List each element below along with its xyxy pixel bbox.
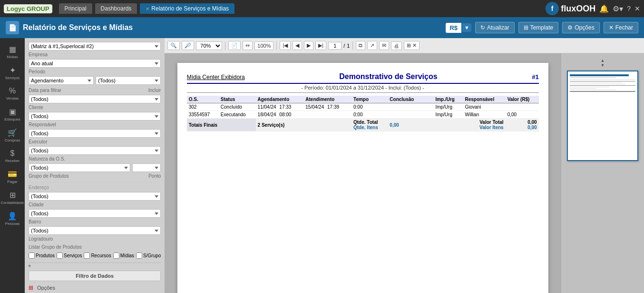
page-input[interactable]	[328, 42, 342, 50]
checkbox-recursos[interactable]: Recursos	[84, 253, 111, 259]
sidebar-item-midias[interactable]: ▦ Mídias	[1, 42, 23, 62]
report-number: #1	[532, 73, 538, 81]
executor-filter: (Todos) Executor	[29, 129, 161, 144]
report-period: - Período: 01/01/2024 a 31/12/2024 - Inc…	[187, 85, 539, 93]
report-page: Mídia Center Exibidora Demonstrativo de …	[177, 63, 548, 293]
checkbox-recursos-input[interactable]	[84, 253, 90, 259]
drag-handle[interactable]	[29, 265, 30, 267]
empresa-select[interactable]: (Matriz á #1,Superlocal #2)	[29, 42, 161, 51]
report-table: O.S. Status Agendamento Atendimento Temp…	[187, 96, 539, 131]
first-page-button[interactable]: |◀	[280, 41, 291, 50]
checkbox-sgrupo[interactable]: S/Grupo	[136, 253, 161, 259]
logo-text: Logyc GROUP	[7, 5, 49, 12]
sidebar-item-servicos[interactable]: ✦ Serviços	[1, 63, 23, 83]
help-icon[interactable]: ?	[627, 5, 631, 12]
responsavel-select[interactable]: (Todos)	[29, 112, 161, 121]
grupo-produtos-label: Grupo de Produtos	[29, 173, 69, 179]
cell-agend-2: 18/04/24 08:00	[256, 111, 304, 119]
listar-label: Listar Grupo de Produtos	[29, 244, 161, 250]
cell-imp-1: Imp/Urg	[433, 103, 463, 111]
opcoes-button[interactable]: ⚙ Opções	[562, 22, 599, 33]
cell-atend-1: 15/04/24 17:39	[303, 103, 351, 111]
scroll-up-arrow[interactable]: ▲	[601, 58, 605, 63]
opcoes-btn[interactable]: Opções	[33, 283, 59, 293]
logo: Logyc GROUP	[4, 4, 52, 13]
cell-conclusao-1	[388, 103, 424, 111]
col-agendamento: Agendamento	[256, 96, 304, 103]
search-button[interactable]: 🔍	[167, 41, 180, 50]
checkbox-produtos[interactable]: Produtos	[29, 253, 55, 259]
grupo-produtos-select[interactable]: (Todos)	[29, 163, 130, 172]
tab-close-icon[interactable]: ✕	[146, 6, 149, 11]
sidebar-item-receber[interactable]: $ Receber	[1, 146, 23, 166]
filter-panel: (Matriz á #1,Superlocal #2) Empresa Ano …	[25, 38, 165, 293]
tab-dashboards[interactable]: Dashboards	[95, 3, 137, 14]
cliente-select[interactable]: (Todos)	[29, 95, 161, 103]
col-valor: Valor (R$)	[506, 96, 539, 103]
bell-icon[interactable]: 🔔	[599, 4, 609, 13]
natureza-select[interactable]: (Todos)	[29, 146, 161, 155]
report-header-row: Mídia Center Exibidora Demonstrativo de …	[187, 72, 539, 84]
email-button[interactable]: ✉	[379, 41, 389, 50]
agendamento-select[interactable]: Agendamento	[29, 76, 94, 85]
checkbox-midias[interactable]: Mídias	[113, 253, 134, 259]
sidebar-item-pessoas[interactable]: 👤 Pessoas	[1, 209, 23, 229]
checkbox-sgrupo-input[interactable]	[136, 253, 142, 259]
pagar-icon: 💳	[8, 170, 17, 179]
checkbox-servicos-input[interactable]	[57, 253, 63, 259]
zoom-in-button[interactable]: 🔎	[182, 41, 194, 50]
cell-tempo-2: 0:00	[351, 111, 388, 119]
template-button[interactable]: ⊞ Template	[518, 22, 559, 33]
grupo-produtos-filter: (Todos) Grupo de Produtos Ponto	[29, 163, 161, 179]
fit-page-button[interactable]: ⇔	[243, 41, 253, 50]
currency-button[interactable]: R$	[446, 23, 461, 33]
receber-icon: $	[10, 149, 15, 158]
logradouro-select[interactable]: (Todos)	[29, 226, 161, 235]
bairro-select[interactable]: (Todos)	[29, 209, 161, 218]
page-thumbnail[interactable]	[567, 71, 638, 161]
next-page-button[interactable]: ▶	[304, 41, 313, 50]
tab-relatorio[interactable]: ✕ Relatório de Serviços e Mídias	[140, 3, 234, 14]
scroll-down-arrow[interactable]: ▼	[601, 63, 605, 68]
fechar-icon: ✕	[609, 24, 614, 31]
sidebar-item-pagar[interactable]: 💳 Pagar	[1, 167, 23, 187]
currency-box: R$ ▼	[446, 23, 471, 33]
close-window-icon[interactable]: ✕	[634, 5, 640, 12]
gear-icon[interactable]: ⚙▾	[613, 4, 623, 13]
prev-page-button[interactable]: ◀	[293, 41, 302, 50]
report-toolbar: 🔍 🔎 70% 50% 100% 150% 📄 ⇔ 100% |◀ ◀ ▶ ▶|…	[165, 38, 644, 53]
full-size-button[interactable]: 100%	[254, 41, 273, 50]
sidebar-wrapper: ▦ Mídias ✦ Serviços % Vendas ▣ Estoques …	[0, 38, 165, 293]
page-layout-button[interactable]: 📄	[228, 41, 241, 50]
print-button[interactable]: 🖨	[391, 41, 402, 50]
checkbox-produtos-input[interactable]	[29, 253, 35, 259]
sidebar-item-estoques[interactable]: ▣ Estoques	[1, 104, 23, 124]
export-button[interactable]: ↗	[367, 41, 377, 50]
empresa-label: Empresa	[29, 52, 161, 57]
last-page-button[interactable]: ▶|	[315, 41, 326, 50]
copy-button[interactable]: ⧉	[356, 41, 365, 50]
natureza-filter: (Todos) Natureza da O.S.	[29, 146, 161, 162]
sidebar-item-compras[interactable]: 🛒 Compras	[1, 125, 23, 145]
tab-principal[interactable]: Principal	[59, 3, 92, 14]
incluir-select[interactable]: (Todos)	[96, 76, 161, 85]
cell-os-1: 302	[187, 103, 219, 111]
checkbox-servicos[interactable]: Serviços	[57, 253, 82, 259]
options-report-button[interactable]: ⊞ ✕	[404, 41, 420, 50]
fechar-button[interactable]: ✕ Fechar	[604, 22, 638, 33]
cidade-filter: (Todos) Cidade	[29, 192, 161, 207]
filtro-dados-button[interactable]: Filtro de Dados	[29, 271, 161, 281]
cell-status-1: Concluído	[219, 103, 256, 111]
sidebar-item-contabilidade[interactable]: ⊞ Contabilidade	[1, 188, 23, 208]
report-content[interactable]: Mídia Center Exibidora Demonstrativo de …	[165, 53, 561, 293]
executor-select[interactable]: (Todos)	[29, 129, 161, 138]
sidebar-item-vendas[interactable]: % Vendas	[1, 84, 23, 103]
cidade-select[interactable]: (Todos)	[29, 192, 161, 201]
zoom-select[interactable]: 70% 50% 100% 150%	[196, 41, 222, 50]
atualizar-button[interactable]: ↻ Atualizar	[475, 22, 515, 33]
checkbox-midias-input[interactable]	[113, 253, 119, 259]
ponto-select[interactable]	[132, 163, 161, 172]
currency-dropdown[interactable]: ▼	[462, 23, 471, 32]
responsavel-filter: (Todos) Responsável	[29, 112, 161, 127]
periodo-select[interactable]: Ano atual	[29, 59, 161, 68]
